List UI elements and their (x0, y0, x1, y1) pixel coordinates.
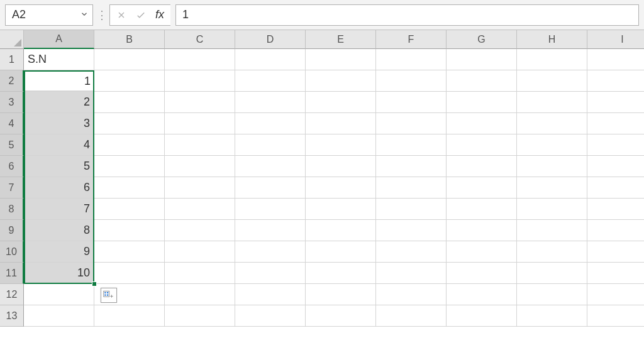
cell[interactable] (517, 49, 587, 70)
cell[interactable] (235, 177, 306, 199)
cell[interactable] (235, 199, 306, 220)
cell[interactable] (306, 284, 376, 305)
cell[interactable] (24, 305, 94, 327)
cell[interactable] (94, 49, 165, 70)
cell[interactable] (447, 70, 517, 92)
cell[interactable] (306, 199, 376, 220)
cell[interactable] (376, 177, 447, 199)
column-header[interactable]: G (447, 30, 517, 49)
cell[interactable] (517, 284, 587, 305)
cell-A11[interactable]: 10 (24, 263, 94, 284)
cell[interactable] (376, 70, 447, 92)
cell[interactable] (306, 220, 376, 241)
cell[interactable] (447, 220, 517, 241)
cell-A8[interactable]: 7 (24, 199, 94, 220)
cell[interactable] (94, 156, 165, 177)
cell[interactable] (94, 220, 165, 241)
row-header[interactable]: 10 (0, 241, 24, 263)
cell[interactable] (376, 305, 447, 327)
cell[interactable] (235, 70, 306, 92)
cell[interactable] (165, 305, 235, 327)
cell[interactable] (306, 177, 376, 199)
cell[interactable] (587, 177, 644, 199)
row-header[interactable]: 11 (0, 263, 24, 284)
cell[interactable] (376, 263, 447, 284)
row-header[interactable]: 6 (0, 156, 24, 177)
cell[interactable] (165, 156, 235, 177)
cell[interactable] (447, 134, 517, 156)
cell[interactable] (165, 177, 235, 199)
cell[interactable] (306, 241, 376, 263)
cell[interactable] (517, 134, 587, 156)
cell[interactable] (165, 70, 235, 92)
insert-function-icon[interactable]: fx (155, 8, 164, 21)
column-header[interactable]: F (376, 30, 447, 49)
cell[interactable] (587, 113, 644, 134)
row-header[interactable]: 8 (0, 199, 24, 220)
cell-A4[interactable]: 3 (24, 113, 94, 134)
select-all-corner[interactable] (0, 30, 24, 49)
cell[interactable] (306, 70, 376, 92)
column-header[interactable]: A (24, 30, 94, 49)
cell[interactable] (306, 263, 376, 284)
cell[interactable] (447, 284, 517, 305)
cell[interactable] (165, 284, 235, 305)
cell[interactable] (376, 284, 447, 305)
cell-A5[interactable]: 4 (24, 134, 94, 156)
cell[interactable] (306, 134, 376, 156)
column-header[interactable]: H (517, 30, 587, 49)
cell[interactable] (235, 263, 306, 284)
cell[interactable] (376, 49, 447, 70)
cell[interactable] (376, 156, 447, 177)
cell[interactable] (447, 177, 517, 199)
row-header[interactable]: 3 (0, 92, 24, 113)
cell[interactable] (235, 92, 306, 113)
cell[interactable] (306, 305, 376, 327)
cell[interactable] (306, 156, 376, 177)
cell[interactable] (587, 263, 644, 284)
row-header[interactable]: 1 (0, 49, 24, 70)
cell-A6[interactable]: 5 (24, 156, 94, 177)
cell[interactable] (587, 199, 644, 220)
cell[interactable] (376, 199, 447, 220)
cell[interactable] (235, 113, 306, 134)
cell[interactable] (235, 241, 306, 263)
row-header[interactable]: 13 (0, 305, 24, 327)
cell[interactable] (517, 199, 587, 220)
cell[interactable] (447, 305, 517, 327)
cell[interactable] (94, 263, 165, 284)
cell[interactable] (165, 263, 235, 284)
chevron-down-icon[interactable] (80, 8, 89, 21)
cell[interactable] (517, 92, 587, 113)
column-header[interactable]: B (94, 30, 165, 49)
column-header[interactable]: E (306, 30, 376, 49)
cell[interactable] (587, 134, 644, 156)
cell[interactable] (306, 113, 376, 134)
row-header[interactable]: 2 (0, 70, 24, 92)
cell[interactable] (517, 241, 587, 263)
cell[interactable] (587, 220, 644, 241)
cell[interactable] (165, 134, 235, 156)
cell[interactable] (165, 92, 235, 113)
cell[interactable] (447, 241, 517, 263)
cell[interactable] (165, 241, 235, 263)
formula-input[interactable]: 1 (175, 4, 639, 26)
cell-A3[interactable]: 2 (24, 92, 94, 113)
cell[interactable] (165, 113, 235, 134)
cell[interactable] (165, 220, 235, 241)
row-header[interactable]: 12 (0, 284, 24, 305)
cell[interactable] (165, 199, 235, 220)
cell-A9[interactable]: 8 (24, 220, 94, 241)
cancel-icon[interactable] (116, 10, 126, 20)
cell[interactable] (447, 113, 517, 134)
cell-A1[interactable]: S.N (24, 49, 94, 70)
row-header[interactable]: 9 (0, 220, 24, 241)
cell[interactable] (376, 220, 447, 241)
cell[interactable] (587, 156, 644, 177)
name-box-resize-handle[interactable]: ⋮ (98, 4, 104, 26)
cell[interactable] (587, 305, 644, 327)
cell[interactable] (94, 134, 165, 156)
row-header[interactable]: 7 (0, 177, 24, 199)
cell[interactable] (94, 241, 165, 263)
cell[interactable] (517, 220, 587, 241)
